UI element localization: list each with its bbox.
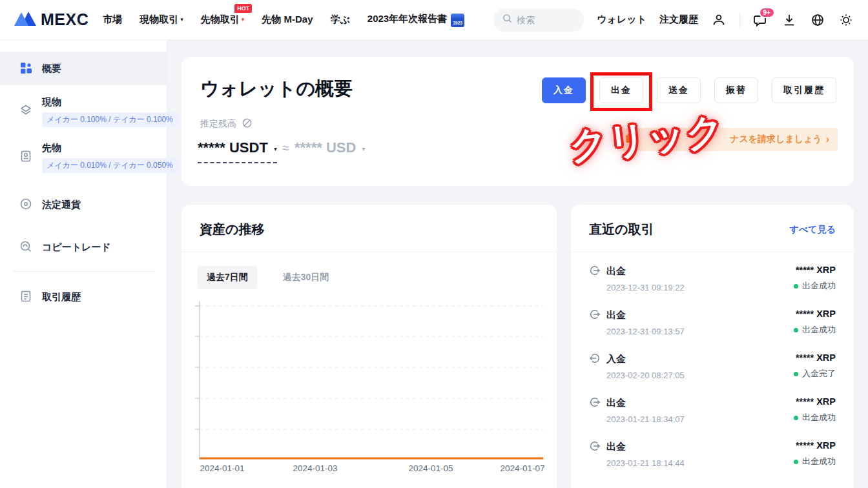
wallet-link[interactable]: ウォレット [597,14,646,26]
nav-futures-trading[interactable]: 先物取引▾HOT [201,14,245,26]
transfer-out-button[interactable]: 送金 [657,77,701,103]
tab-last-30-days[interactable]: 過去30日間 [274,266,338,289]
wallet-actions: 入金 出金 送金 振替 取引履歴 [542,77,836,103]
transaction-history-button[interactable]: 取引履歴 [772,77,836,103]
sidebar-item-label: 現物 [42,96,178,108]
nav-futures-mday[interactable]: 先物 M-Day [262,14,313,26]
report-2023-badge-icon: 2023 [451,14,464,27]
search-box[interactable] [493,8,584,32]
mexc-logo-text: MEXC [41,10,88,29]
recent-transactions-header: 直近の取引 すべて見る [571,205,854,252]
view-all-link[interactable]: すべて見る [790,224,836,236]
transaction-row[interactable]: 出金 2023-01-21 18:14:44 ***** XRP 出金成功 [571,432,854,476]
order-history-link[interactable]: 注文履歴 [659,14,698,26]
internal-transfer-button[interactable]: 振替 [714,77,758,103]
withdraw-out-icon [589,396,601,410]
tab-last-7-days[interactable]: 過去7日間 [198,266,257,289]
sidebar-item-label: 概要 [42,63,61,75]
nav-annual-report[interactable]: 2023年年次報告書2023 [367,13,464,27]
main-nav: 市場 現物取引▾ 先物取引▾HOT 先物 M-Day 学ぶ 2023年年次報告書… [103,13,464,27]
transaction-row[interactable]: 出金 2023-12-31 09:13:57 ***** XRP 出金成功 [571,300,854,344]
header-divider [739,13,740,27]
wallet-sidebar: 概要 現物 メイカー 0.100% / テイカー 0.100% 先物 メイカー … [0,40,167,488]
balance-currency-dropdown[interactable]: ***** USDT ▾ [198,139,277,163]
search-icon [502,14,512,26]
range-tabs: 過去7日間 過去30日間 [198,266,539,289]
chevron-down-icon: ▾ [242,16,245,23]
status-text: 入金完了 [802,368,836,380]
transaction-type: 出金 [606,309,626,321]
notification-count-badge: 9+ [759,7,775,18]
x-tick-label: 2024-01-05 [408,463,453,473]
mexc-mountain-icon [14,10,36,30]
recent-transactions-title: 直近の取引 [589,221,654,238]
sidebar-item-label: コピートレード [42,241,111,254]
sidebar-item-label: 先物 [42,141,178,154]
transaction-row[interactable]: 出金 2023-12-31 09:19:22 ***** XRP 出金成功 [571,256,854,300]
search-input[interactable] [517,15,575,25]
chevron-down-icon: ▾ [274,145,277,152]
sidebar-item-copy-trade[interactable]: コピートレード [0,231,167,263]
status-dot [794,328,798,332]
history-document-icon [19,290,32,305]
account-icon[interactable] [711,12,727,28]
sidebar-divider [13,271,154,272]
status-dot [794,460,798,464]
x-tick-label: 2024-01-07 [500,463,544,473]
language-globe-icon[interactable] [810,12,825,28]
transaction-amount: ***** XRP [796,396,836,407]
sidebar-item-label: 取引履歴 [42,291,81,303]
transaction-time: 2023-01-21 18:14:44 [606,458,685,468]
sidebar-item-fiat[interactable]: 法定通貨 [0,188,167,221]
x-tick-label: 2024-01-03 [293,463,337,473]
transaction-amount: ***** XRP [796,440,836,451]
status-text: 出金成功 [802,280,836,292]
sidebar-item-spot[interactable]: 現物 メイカー 0.100% / テイカー 0.100% [0,96,167,127]
download-app-icon[interactable] [781,12,797,28]
header-right-group: ウォレット 注文履歴 9+ [493,8,854,32]
futures-fee-badge: メイカー 0.010% / テイカー 0.050% [42,158,178,173]
bonus-banner[interactable]: ナスを請求しましょう › [617,128,838,151]
sidebar-item-overview[interactable]: 概要 [0,52,167,85]
copy-trade-icon [19,240,32,255]
transaction-time: 2023-02-20 08:27:05 [606,371,685,380]
transaction-row[interactable]: 入金 2023-02-20 08:27:05 ***** XRP 入金完了 [571,344,854,388]
status-text: 出金成功 [802,456,836,467]
nav-spot-trading[interactable]: 現物取引▾ [140,14,183,26]
x-tick-label: 2024-01-01 [200,463,244,473]
top-navbar: MEXC 市場 現物取引▾ 先物取引▾HOT 先物 M-Day 学ぶ 2023年… [0,0,868,40]
fiat-currency-dropdown[interactable]: ***** USD ▾ [294,139,366,156]
mexc-logo[interactable]: MEXC [14,10,88,30]
nav-learn[interactable]: 学ぶ [330,14,349,26]
transaction-type: 出金 [606,265,626,278]
transaction-row[interactable]: 出金 2023-01-21 18:34:07 ***** XRP 出金成功 [571,388,854,432]
transaction-time: 2023-12-31 09:19:22 [606,283,685,292]
theme-toggle-icon[interactable] [838,12,854,28]
asset-trend-card: 資産の推移 過去7日間 過去30日間 [181,205,557,488]
deposit-in-icon [589,352,601,366]
transaction-list: 出金 2023-12-31 09:19:22 ***** XRP 出金成功 出金 [571,252,854,476]
overview-grid-icon [19,61,32,76]
sidebar-item-history[interactable]: 取引履歴 [0,281,167,313]
hide-balance-eye-icon[interactable] [242,117,253,130]
transaction-type: 出金 [606,441,626,453]
sidebar-item-futures[interactable]: 先物 メイカー 0.010% / テイカー 0.050% [0,141,167,173]
asset-trend-chart: 2024-01-01 2024-01-03 2024-01-05 2024-01… [181,292,557,486]
transaction-amount: ***** XRP [796,265,836,275]
nav-markets[interactable]: 市場 [103,14,122,26]
asset-trend-title: 資産の推移 [200,221,264,238]
messages-icon[interactable]: 9+ [753,12,769,28]
transaction-amount: ***** XRP [796,309,836,319]
sidebar-item-label: 法定通貨 [42,199,81,211]
status-text: 出金成功 [802,324,836,336]
recent-transactions-card: 直近の取引 すべて見る 出金 2023-12-31 09:19:22 *****… [571,205,854,488]
transaction-amount: ***** XRP [796,352,836,363]
transaction-time: 2023-12-31 09:13:57 [606,327,685,336]
hot-badge: HOT [234,4,252,13]
main-content: ウォレットの概要 推定残高 ***** USDT ▾ ≈ ***** USD ▾ [167,40,868,488]
chevron-down-icon: ▾ [362,145,365,152]
deposit-button[interactable]: 入金 [542,77,586,103]
fiat-coin-icon [19,198,32,212]
transaction-type: 出金 [606,397,626,409]
withdraw-button[interactable]: 出金 [599,77,643,103]
